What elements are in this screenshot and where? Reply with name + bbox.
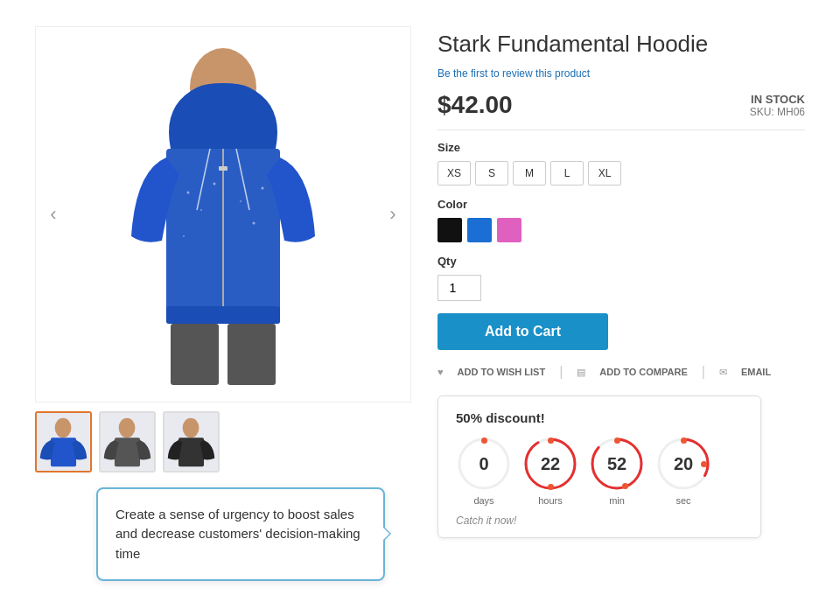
sec-label: sec	[676, 495, 690, 506]
sku-value: MH06	[777, 106, 805, 118]
callout-text: Create a sense of urgency to boost sales…	[116, 507, 360, 561]
thumbnail-1[interactable]	[35, 411, 92, 472]
svg-point-10	[183, 235, 185, 237]
prev-arrow[interactable]: ‹	[40, 201, 66, 228]
hours-label: hours	[538, 495, 563, 506]
sep-2: |	[702, 364, 705, 380]
divider-1	[438, 130, 805, 130]
timer-circles: 0 days 22 ho	[456, 436, 743, 506]
thumbnail-2[interactable]	[99, 411, 156, 472]
svg-point-5	[187, 192, 190, 194]
days-dot	[481, 438, 487, 444]
svg-rect-12	[171, 324, 219, 385]
callout-box: Create a sense of urgency to boost sales…	[96, 487, 385, 582]
svg-rect-18	[51, 438, 76, 466]
size-s[interactable]: S	[475, 161, 508, 186]
size-xs[interactable]: XS	[438, 161, 471, 186]
hours-dot-bot	[548, 484, 554, 490]
countdown-widget: 50% discount! 0 days	[438, 396, 761, 538]
sec-value: 20	[674, 454, 693, 474]
svg-rect-4	[166, 306, 280, 324]
compare-icon: ▤	[577, 367, 585, 378]
add-to-cart-button[interactable]: Add to Cart	[438, 313, 608, 350]
sec-circle: 20	[655, 436, 711, 492]
min-label: min	[609, 495, 625, 506]
page-container: ‹	[0, 0, 840, 616]
product-price: $42.00	[438, 91, 513, 119]
next-arrow[interactable]: ›	[380, 201, 406, 228]
qty-section: Qty	[438, 255, 805, 301]
svg-point-6	[200, 209, 202, 211]
min-dot-bot	[622, 483, 628, 489]
product-details-section: Stark Fundamental Hoodie Be the first to…	[438, 26, 805, 590]
days-label: days	[473, 495, 494, 506]
svg-point-17	[55, 418, 72, 438]
color-black[interactable]	[438, 218, 462, 242]
svg-rect-21	[115, 438, 140, 466]
email-link[interactable]: EMAIL	[741, 367, 771, 377]
price-stock-row: $42.00 IN STOCK SKU: MH06	[438, 91, 805, 119]
sec-dot-right	[701, 461, 707, 467]
thumbnail-3[interactable]	[163, 411, 220, 472]
svg-point-11	[262, 187, 264, 190]
sec-dot-top	[681, 438, 687, 444]
min-circle: 52	[589, 436, 645, 492]
timer-days: 0 days	[456, 436, 512, 506]
svg-rect-13	[228, 324, 276, 385]
color-section: Color	[438, 198, 805, 242]
color-options	[438, 218, 805, 242]
add-to-wishlist-link[interactable]: ADD TO WISH LIST	[458, 367, 546, 377]
svg-rect-24	[178, 438, 204, 466]
hours-value: 22	[541, 454, 560, 474]
size-xl[interactable]: XL	[588, 161, 621, 186]
size-m[interactable]: M	[513, 161, 546, 186]
product-image-section: ‹	[35, 26, 411, 590]
catch-it-text: Catch it now!	[456, 514, 743, 527]
discount-label: 50% discount!	[456, 410, 743, 425]
color-label: Color	[438, 198, 805, 211]
days-value: 0	[479, 454, 488, 474]
main-image-wrapper: ‹	[35, 26, 411, 402]
qty-input[interactable]	[438, 275, 481, 301]
email-icon: ✉	[719, 367, 727, 378]
timer-min: 52 min	[589, 436, 645, 506]
hours-dot-top	[548, 438, 554, 444]
svg-point-23	[183, 418, 200, 438]
size-section: Size XS S M L XL	[438, 141, 805, 186]
color-pink[interactable]	[497, 218, 522, 242]
min-value: 52	[607, 454, 626, 474]
color-blue[interactable]	[467, 218, 492, 242]
product-image	[118, 35, 328, 394]
sep-1: |	[559, 364, 563, 380]
review-link[interactable]: Be the first to review this product	[438, 67, 590, 80]
qty-label: Qty	[438, 255, 805, 268]
add-to-compare-link[interactable]: ADD TO COMPARE	[599, 367, 687, 377]
svg-point-7	[214, 183, 216, 186]
size-l[interactable]: L	[550, 161, 584, 186]
timer-hours: 22 hours	[522, 436, 578, 506]
in-stock-badge: IN STOCK	[750, 93, 805, 106]
thumbnails	[35, 411, 411, 472]
sku-label: SKU:	[750, 106, 774, 118]
stock-sku: IN STOCK SKU: MH06	[750, 93, 805, 118]
svg-point-8	[240, 200, 242, 202]
size-options: XS S M L XL	[438, 161, 805, 186]
svg-point-9	[253, 222, 256, 225]
secondary-actions: ♥ ADD TO WISH LIST | ▤ ADD TO COMPARE | …	[438, 364, 805, 380]
product-title: Stark Fundamental Hoodie	[438, 31, 805, 58]
heart-icon: ♥	[438, 367, 444, 377]
min-dot-top	[614, 438, 620, 444]
timer-sec: 20 sec	[655, 436, 711, 506]
sku-info: SKU: MH06	[750, 106, 805, 118]
svg-point-20	[119, 418, 136, 438]
size-label: Size	[438, 141, 805, 154]
svg-rect-3	[219, 166, 228, 171]
hours-circle: 22	[522, 436, 578, 492]
days-circle: 0	[456, 436, 512, 492]
